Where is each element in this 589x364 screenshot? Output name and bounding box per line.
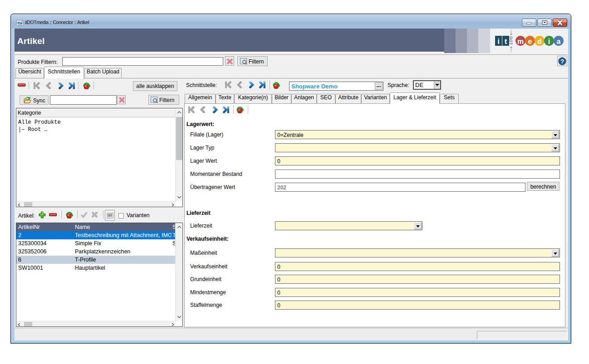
svg-text:e: e xyxy=(528,38,532,45)
svg-text:i: i xyxy=(497,37,500,46)
svg-text:m: m xyxy=(517,38,524,45)
svg-text:d: d xyxy=(537,38,542,45)
svg-text:t: t xyxy=(505,37,507,46)
svg-text:?: ? xyxy=(560,58,564,64)
svg-text:a: a xyxy=(557,38,561,45)
svg-text:DOT: DOT xyxy=(509,37,513,45)
svg-text:i: i xyxy=(548,38,550,45)
